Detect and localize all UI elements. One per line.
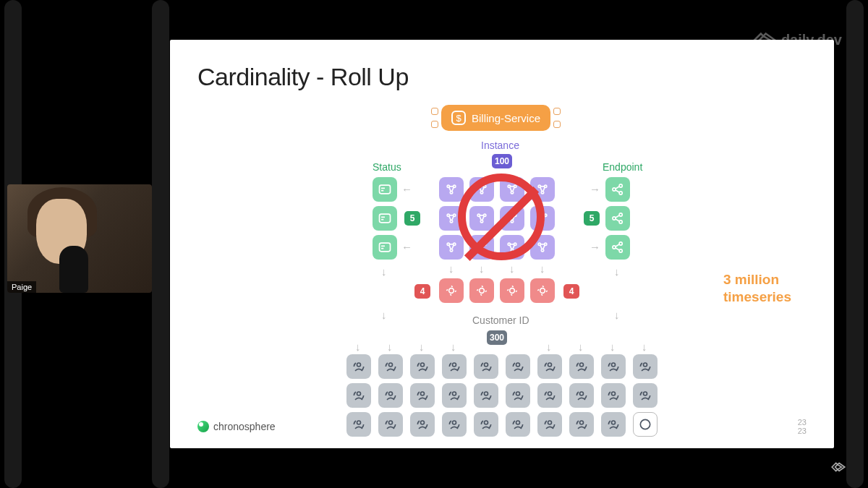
svg-line-76 [452,245,454,249]
customer-cell [442,383,467,408]
status-count-badge: 5 [404,211,420,226]
svg-point-108 [612,363,616,367]
customer-cell [506,383,530,408]
svg-point-104 [485,363,488,367]
svg-rect-0 [380,185,391,194]
customer-cell [633,383,658,408]
svg-line-27 [449,187,451,192]
presenter-webcam: Paige [7,184,152,293]
instance-cell [439,235,464,260]
customer-cell [442,354,467,379]
svg-point-74 [450,249,452,252]
svg-point-114 [485,392,488,395]
customer-cell [537,383,562,408]
chronosphere-label: chronosphere [213,421,276,432]
region-cell [439,278,464,303]
cardinality-diagram: $ Billing-Service Instance Status Endpoi… [329,105,705,423]
svg-point-119 [644,392,647,395]
endpoint-label: Endpoint [603,161,642,173]
customer-cell [633,354,658,379]
region-right-badge: 4 [563,284,579,299]
svg-point-113 [453,392,456,395]
customer-cell [410,354,435,379]
endpoint-count-badge: 5 [584,211,600,226]
svg-point-109 [644,363,647,367]
svg-point-115 [516,392,520,395]
status-cell [373,206,397,231]
dollar-gear-icon: $ [451,111,466,125]
endpoint-cell [605,177,630,202]
prohibition-icon [458,174,545,260]
svg-line-94 [543,245,545,249]
status-cell [373,177,397,202]
customer-cell [506,354,530,379]
instance-label: Instance [481,140,519,151]
svg-point-92 [541,249,543,252]
customer-cell [346,383,371,408]
svg-point-100 [357,363,361,367]
svg-point-117 [580,392,584,395]
svg-line-23 [616,248,620,250]
page-number: 2323 [798,418,807,435]
svg-line-22 [616,244,620,247]
svg-point-116 [548,392,552,395]
customer-cell [474,383,498,408]
svg-line-93 [540,245,542,249]
region-left-badge: 4 [414,284,430,299]
svg-point-105 [516,363,520,367]
svg-rect-6 [380,243,391,252]
svg-point-50 [450,221,452,223]
customer-cell [378,354,403,379]
svg-line-12 [616,187,620,189]
callout-text: 3 million timeseries [723,271,803,306]
svg-point-103 [453,363,456,367]
svg-point-102 [421,363,425,367]
svg-line-18 [616,219,620,221]
svg-point-96 [449,288,454,294]
instance-count-badge: 100 [492,154,512,168]
svg-line-51 [449,216,451,221]
slide-title: Cardinality - Roll Up [197,63,807,91]
customer-cell [569,383,594,408]
region-cell [500,278,524,303]
svg-point-110 [357,392,361,395]
customer-count-badge: 300 [487,330,507,345]
svg-line-17 [616,215,620,218]
endpoint-cell [605,206,630,231]
presenter-name-tag: Paige [7,281,36,293]
status-cell [373,235,397,260]
corner-logo-icon [830,459,846,475]
chronosphere-logo: chronosphere [197,421,276,432]
svg-line-75 [449,245,451,249]
svg-point-97 [480,288,485,294]
customer-cell [378,383,403,408]
svg-line-46 [543,187,545,192]
region-cell [469,278,494,303]
chronosphere-icon [197,421,209,432]
svg-point-101 [389,363,393,367]
endpoint-cell [605,235,630,260]
service-label: Billing-Service [472,112,540,124]
svg-line-45 [540,187,542,192]
svg-point-111 [389,392,393,395]
svg-point-98 [510,288,515,294]
customer-cell [346,354,371,379]
service-box: $ Billing-Service [441,105,550,131]
customer-cell [601,383,626,408]
customer-label: Customer ID [472,314,529,326]
svg-line-52 [452,216,454,221]
customer-cell [537,354,562,379]
customer-cell [601,354,626,379]
svg-point-106 [548,363,552,367]
svg-line-28 [452,187,454,192]
presentation-slide: Cardinality - Roll Up $ Billing-Service … [170,40,834,448]
svg-point-99 [540,288,545,294]
svg-rect-3 [380,214,391,223]
customer-cell [474,354,498,379]
svg-point-112 [421,392,425,395]
status-label: Status [373,161,401,173]
svg-point-118 [612,392,616,395]
customer-cell [410,383,435,408]
svg-point-107 [580,363,584,367]
customer-cell [569,354,594,379]
